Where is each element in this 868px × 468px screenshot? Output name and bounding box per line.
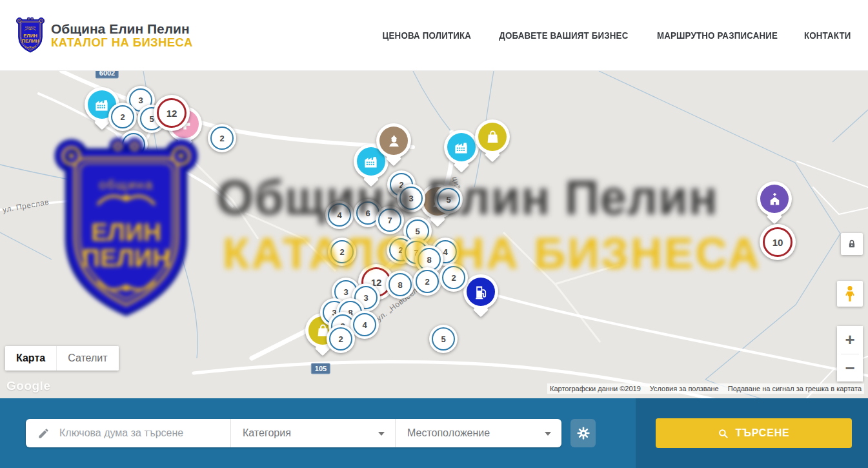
cluster-marker[interactable]: 10 xyxy=(760,224,796,260)
bag-icon xyxy=(478,123,507,151)
road-badge: 105 xyxy=(311,363,330,374)
pencil-icon xyxy=(37,427,50,440)
cluster-marker[interactable]: 2 xyxy=(413,267,441,296)
crest-top-word: община xyxy=(25,25,36,28)
factory-pin[interactable] xyxy=(444,130,479,165)
lock-control[interactable] xyxy=(841,233,863,255)
main-nav: ЦЕНОВА ПОЛИТИКА ДОБАВЕТЕ ВАШИЯТ БИЗНЕС М… xyxy=(380,30,852,41)
search-submit-button[interactable]: ТЪРСЕНЕ xyxy=(656,418,852,448)
search-bar: Категория Местоположение ТЪРСЕНЕ xyxy=(0,398,868,468)
zoom-control: + − xyxy=(837,326,863,382)
crest-line1: ЕЛИН xyxy=(23,33,37,39)
chevron-down-icon xyxy=(545,432,551,436)
location-value: Местоположение xyxy=(407,427,490,439)
cluster-marker[interactable]: 5 xyxy=(429,325,458,353)
factory-icon xyxy=(447,133,476,161)
nav-pricing-policy[interactable]: ЦЕНОВА ПОЛИТИКА xyxy=(383,30,472,41)
bag-pin[interactable] xyxy=(475,119,510,154)
map-canvas[interactable]: 6002 105 ул. Преслав бул. „Новоселци“ ци… xyxy=(0,71,868,398)
map-attribution: Картографски данни ©2019 Условия за полз… xyxy=(547,383,864,394)
keyword-segment xyxy=(26,419,230,447)
location-select[interactable]: Местоположение xyxy=(395,419,561,447)
street-view-pegman[interactable] xyxy=(837,281,863,307)
cluster-marker[interactable] xyxy=(119,130,148,159)
search-submit-label: ТЪРСЕНЕ xyxy=(735,427,789,439)
worker-pin[interactable] xyxy=(376,123,411,158)
search-box: Категория Местоположение xyxy=(26,419,561,447)
logo-text: Община Елин Пелин КАТАЛОГ НА БИЗНЕСА xyxy=(51,22,193,48)
nav-route-schedule[interactable]: МАРШРУТНО РАЗПИСАНИЕ xyxy=(657,30,778,41)
cluster-marker[interactable]: 2 xyxy=(328,238,356,266)
pegman-icon xyxy=(842,285,858,302)
cluster-marker[interactable]: 2 xyxy=(108,103,137,131)
padlock-icon xyxy=(846,238,858,250)
cluster-marker[interactable]: 2 xyxy=(327,325,355,353)
site-title: Община Елин Пелин xyxy=(51,22,193,36)
cluster-marker[interactable]: 4 xyxy=(350,310,379,339)
google-logo[interactable]: Google xyxy=(6,379,50,393)
category-value: Категория xyxy=(243,427,291,439)
map-view-button[interactable]: Карта xyxy=(5,346,56,371)
terms-link[interactable]: Условия за ползване xyxy=(650,385,719,392)
cluster-marker[interactable]: 5 xyxy=(434,185,463,214)
cluster-marker[interactable]: 3 xyxy=(397,184,425,212)
worker-icon xyxy=(379,127,408,155)
cluster-marker[interactable]: 4 xyxy=(325,201,354,229)
advanced-settings-button[interactable] xyxy=(570,419,596,447)
cluster-marker[interactable]: 2 xyxy=(208,124,236,152)
nav-add-business[interactable]: ДОБАВЕТЕ ВАШИЯТ БИЗНЕС xyxy=(499,30,628,41)
satellite-view-button[interactable]: Сателит xyxy=(56,346,118,371)
cluster-marker[interactable]: 12 xyxy=(154,95,190,131)
gear-icon xyxy=(576,426,590,440)
site-subtitle: КАТАЛОГ НА БИЗНЕСА xyxy=(51,36,193,48)
header: община ЕЛИН ПЕЛИН Община Елин Пелин КАТА… xyxy=(0,0,868,71)
attribution-copyright: Картографски данни ©2019 xyxy=(550,385,641,392)
zoom-out-button[interactable]: − xyxy=(837,354,863,382)
site-logo[interactable]: община ЕЛИН ПЕЛИН Община Елин Пелин КАТА… xyxy=(16,17,193,54)
search-icon xyxy=(718,428,729,439)
chevron-down-icon xyxy=(378,432,385,436)
church-pin[interactable] xyxy=(757,181,792,216)
fuel-icon xyxy=(467,278,495,306)
map-type-control: Карта Сателит xyxy=(5,346,119,371)
church-icon xyxy=(760,185,789,213)
cluster-marker[interactable]: 8 xyxy=(386,270,414,299)
report-error-link[interactable]: Подаване на сигнал за грешка в картата xyxy=(728,385,862,392)
cluster-marker[interactable]: 7 xyxy=(376,206,404,234)
keyword-search-input[interactable] xyxy=(58,427,216,440)
zoom-in-button[interactable]: + xyxy=(837,326,863,354)
crest-line2: ПЕЛИН xyxy=(21,38,39,44)
fuel-pin[interactable] xyxy=(463,274,498,309)
cluster-marker[interactable]: 2 xyxy=(439,263,468,292)
road-badge: 6002 xyxy=(96,71,119,79)
municipality-crest-icon: община ЕЛИН ПЕЛИН xyxy=(16,17,45,54)
nav-contacts[interactable]: КОНТАКТИ xyxy=(803,30,851,41)
category-select[interactable]: Категория xyxy=(230,419,395,447)
